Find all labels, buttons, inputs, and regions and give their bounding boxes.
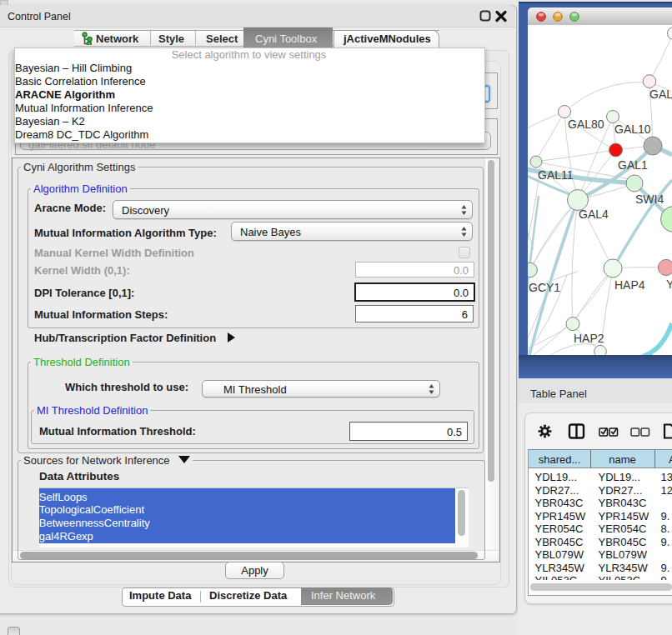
svg-text:GAL1: GAL1 [618, 158, 648, 172]
svg-text:GAL10: GAL10 [614, 122, 651, 136]
svg-text:GAL: GAL [649, 88, 672, 101]
svg-text:GAL11: GAL11 [538, 168, 574, 182]
svg-text:GAL80: GAL80 [568, 118, 604, 131]
svg-text:GAL4: GAL4 [579, 208, 609, 221]
svg-text:SWI4: SWI4 [635, 192, 664, 206]
svg-text:HAP4: HAP4 [614, 278, 645, 292]
svg-text:GCY1: GCY1 [529, 281, 560, 294]
svg-text:Y: Y [666, 278, 672, 291]
svg-text:HAP2: HAP2 [574, 332, 604, 345]
